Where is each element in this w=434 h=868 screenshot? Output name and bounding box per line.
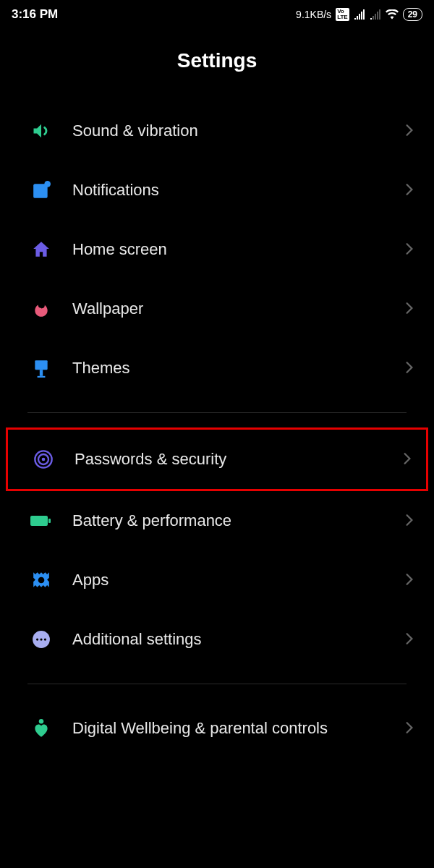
apps-icon (30, 569, 52, 591)
settings-item-passwords[interactable]: Passwords & security (6, 427, 428, 491)
chevron-right-icon (405, 632, 420, 647)
volte-icon: VoLTE (336, 8, 349, 21)
settings-item-wallpaper[interactable]: Wallpaper (0, 279, 434, 339)
item-label: Sound & vibration (72, 121, 405, 142)
signal-weak-icon (370, 9, 381, 20)
battery-icon (30, 510, 52, 532)
settings-item-battery[interactable]: Battery & performance (0, 491, 434, 550)
chevron-right-icon (405, 183, 420, 197)
fingerprint-icon (33, 448, 54, 470)
wallpaper-icon (30, 298, 52, 320)
home-icon (30, 239, 52, 260)
svg-point-10 (38, 577, 45, 584)
item-label: Passwords & security (75, 449, 403, 470)
settings-item-additional[interactable]: Additional settings (0, 610, 434, 669)
notifications-icon (30, 179, 52, 201)
settings-item-themes[interactable]: Themes (0, 339, 434, 398)
signal-full-icon (354, 9, 365, 20)
item-label: Apps (72, 570, 405, 591)
settings-item-sound[interactable]: Sound & vibration (0, 101, 434, 161)
chevron-right-icon (405, 361, 420, 375)
item-label: Additional settings (72, 629, 405, 650)
chevron-right-icon (405, 302, 420, 316)
svg-rect-3 (40, 370, 43, 376)
settings-item-home[interactable]: Home screen (0, 220, 434, 279)
page-title: Settings (0, 27, 434, 101)
themes-icon (30, 357, 52, 379)
settings-item-notifications[interactable]: Notifications (0, 161, 434, 220)
wifi-icon (386, 9, 399, 20)
item-label: Themes (72, 358, 405, 379)
status-right: 9.1KB/s VoLTE 29 (296, 8, 422, 21)
status-time: 3:16 PM (12, 7, 58, 22)
item-label: Notifications (72, 180, 405, 201)
svg-point-14 (44, 638, 46, 640)
item-label: Wallpaper (72, 299, 405, 320)
chevron-right-icon (403, 452, 417, 467)
status-bar: 3:16 PM 9.1KB/s VoLTE 29 (0, 0, 434, 27)
chevron-right-icon (405, 124, 420, 138)
settings-item-apps[interactable]: Apps (0, 550, 434, 610)
item-label: Home screen (72, 239, 405, 260)
chevron-right-icon (405, 573, 420, 587)
wellbeing-icon (30, 718, 52, 739)
svg-point-7 (42, 458, 46, 461)
battery-icon: 29 (403, 8, 422, 21)
divider (27, 684, 407, 684)
sound-icon (30, 120, 52, 142)
svg-point-13 (40, 638, 42, 640)
settings-list: Sound & vibration Notifications Home scr… (0, 101, 434, 758)
more-icon (30, 629, 52, 650)
network-speed: 9.1KB/s (296, 9, 331, 20)
item-label: Digital Wellbeing & parental controls (72, 718, 405, 739)
svg-rect-2 (35, 360, 47, 370)
svg-point-12 (36, 638, 38, 640)
svg-point-15 (39, 719, 43, 723)
svg-rect-9 (48, 519, 51, 523)
chevron-right-icon (405, 721, 420, 736)
chevron-right-icon (405, 514, 420, 528)
svg-point-1 (44, 181, 51, 187)
chevron-right-icon (405, 242, 420, 257)
settings-item-wellbeing[interactable]: Digital Wellbeing & parental controls (0, 699, 434, 758)
divider (27, 412, 407, 413)
item-label: Battery & performance (72, 511, 405, 532)
svg-rect-4 (38, 376, 46, 378)
svg-rect-8 (30, 516, 48, 526)
